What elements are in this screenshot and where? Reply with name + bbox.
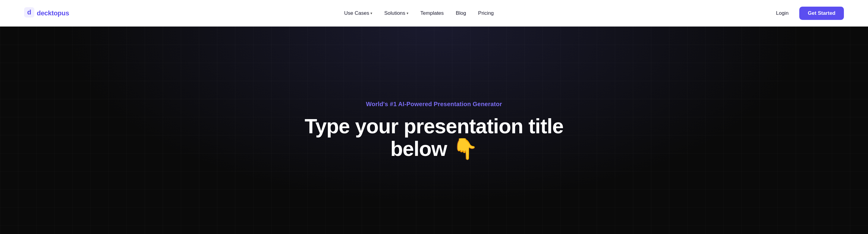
logo-text: decktopus: [37, 9, 69, 17]
nav-item-templates[interactable]: Templates: [415, 8, 448, 19]
chevron-down-icon: ▾: [370, 11, 372, 16]
nav-label-pricing: Pricing: [478, 10, 494, 16]
nav-label-use-cases: Use Cases: [344, 10, 369, 16]
nav-item-solutions[interactable]: Solutions ▾: [379, 8, 413, 19]
navbar: d decktopus Use Cases ▾ Solutions ▾ Temp…: [0, 0, 868, 27]
logo[interactable]: d decktopus: [24, 7, 69, 19]
login-button[interactable]: Login: [769, 7, 796, 19]
logo-icon: d: [24, 7, 34, 19]
nav-right: Login Get Started: [769, 7, 844, 20]
get-started-button[interactable]: Get Started: [799, 7, 844, 20]
hero-section: World's #1 AI-Powered Presentation Gener…: [0, 27, 868, 234]
pointing-down-emoji: 👇: [453, 138, 478, 160]
nav-label-blog: Blog: [456, 10, 466, 16]
hero-title: Type your presentation title below 👇: [299, 115, 569, 160]
nav-links: Use Cases ▾ Solutions ▾ Templates Blog P…: [339, 8, 499, 19]
nav-label-templates: Templates: [421, 10, 444, 16]
chevron-down-icon: ▾: [407, 11, 408, 16]
nav-item-use-cases[interactable]: Use Cases ▾: [339, 8, 377, 19]
hero-subtitle: World's #1 AI-Powered Presentation Gener…: [366, 101, 502, 108]
nav-item-pricing[interactable]: Pricing: [473, 8, 498, 19]
hero-title-text: Type your presentation title below: [305, 115, 564, 160]
nav-item-blog[interactable]: Blog: [451, 8, 471, 19]
svg-text:d: d: [27, 8, 31, 16]
nav-label-solutions: Solutions: [384, 10, 405, 16]
